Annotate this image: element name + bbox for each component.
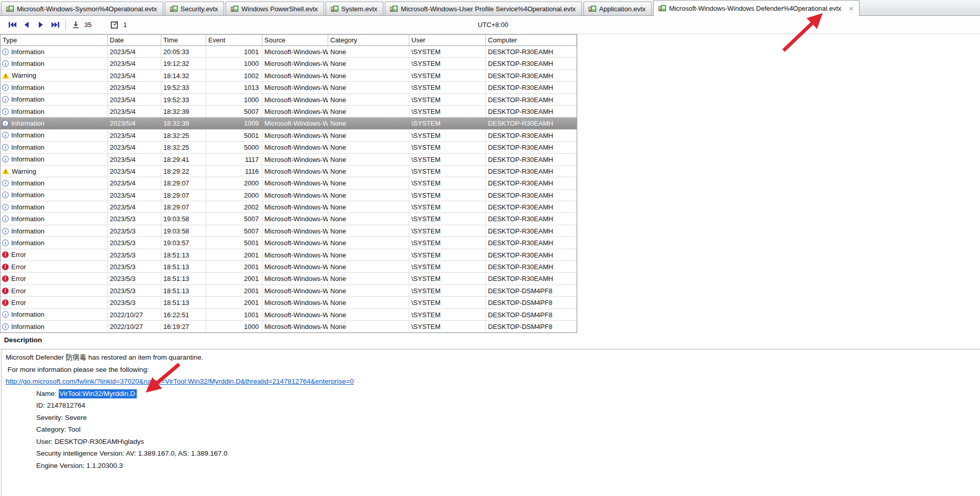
- cell-date: 2023/5/3: [108, 249, 161, 261]
- table-row[interactable]: Warning2023/5/418:14:321002Microsoft-Win…: [1, 70, 577, 82]
- cell-type: Error: [1, 285, 108, 296]
- cell-type: Error: [1, 297, 108, 308]
- cell-event: 1000: [206, 94, 262, 105]
- cell-event: 1002: [206, 70, 262, 81]
- table-row[interactable]: Information2023/5/419:12:321000Microsoft…: [1, 58, 577, 69]
- table-row[interactable]: Error2023/5/318:51:132001Microsoft-Windo…: [1, 273, 577, 285]
- cell-computer: DESKTOP-R30EAMH: [486, 273, 577, 284]
- cell-source: Microsoft-Windows-W: [262, 309, 328, 320]
- table-row[interactable]: Information2023/5/418:29:411117Microsoft…: [1, 154, 577, 166]
- cell-date: 2023/5/4: [108, 201, 161, 212]
- table-row[interactable]: Information2023/5/418:32:255000Microsoft…: [1, 141, 577, 153]
- table-row[interactable]: Information2023/5/418:32:255001Microsoft…: [1, 130, 577, 141]
- description-line-1: Microsoft Defender 防病毒 has restored an i…: [6, 351, 980, 364]
- table-row[interactable]: Information2023/5/319:03:575001Microsoft…: [1, 237, 577, 249]
- column-header-type[interactable]: Type: [1, 35, 108, 45]
- cell-user: \SYSTEM: [409, 141, 486, 153]
- table-row[interactable]: Error2023/5/318:51:132001Microsoft-Windo…: [1, 261, 577, 273]
- cell-date: 2023/5/4: [108, 190, 161, 201]
- threat-name-highlighted-value: VirTool:Win32/Myrddin.D: [59, 389, 137, 398]
- cell-type: Information: [1, 58, 108, 69]
- cell-date: 2023/5/3: [108, 225, 161, 237]
- checkbox-icon[interactable]: [109, 19, 120, 31]
- cell-event: 1001: [206, 46, 262, 57]
- cell-time: 19:52:33: [161, 82, 206, 93]
- tab-6-evtx[interactable]: Application.evtx: [583, 2, 652, 15]
- cell-source: Microsoft-Windows-W: [262, 190, 328, 201]
- tab-3-evtx[interactable]: Windows PowerShell.evtx: [226, 2, 324, 15]
- cell-source: Microsoft-Windows-W: [262, 166, 328, 177]
- cell-source: Microsoft-Windows-W: [262, 117, 328, 129]
- export-records-icon[interactable]: [70, 19, 81, 31]
- cell-time: 18:32:39: [161, 117, 206, 129]
- table-row[interactable]: Error2023/5/318:51:132001Microsoft-Windo…: [1, 297, 577, 309]
- cell-source: Microsoft-Windows-W: [262, 141, 328, 153]
- table-row[interactable]: Information2023/5/418:32:391009Microsoft…: [1, 117, 577, 129]
- table-row[interactable]: Information2023/5/319:03:585007Microsoft…: [1, 213, 577, 225]
- more-info-link[interactable]: http://go.microsoft.com/fwlink/?linkid=3…: [6, 377, 354, 385]
- table-row[interactable]: Information2023/5/418:29:072000Microsoft…: [1, 190, 577, 201]
- description-panel-title: Description: [4, 336, 42, 344]
- column-header-user[interactable]: User: [409, 35, 486, 45]
- tab-5-evtx[interactable]: Microsoft-Windows-User Profile Service%4…: [385, 2, 581, 15]
- cell-user: \SYSTEM: [409, 309, 486, 320]
- cell-source: Microsoft-Windows-W: [262, 201, 328, 212]
- cell-date: 2023/5/4: [108, 46, 161, 57]
- table-row[interactable]: Information2023/5/418:32:395007Microsoft…: [1, 106, 577, 117]
- table-row[interactable]: Information2023/5/419:52:331013Microsoft…: [1, 82, 577, 93]
- cell-user: \SYSTEM: [409, 201, 486, 212]
- column-header-source[interactable]: Source: [262, 35, 328, 45]
- table-row[interactable]: Information2023/5/420:05:331001Microsoft…: [1, 46, 577, 58]
- column-header-category[interactable]: Category: [328, 35, 409, 45]
- cell-time: 18:32:39: [161, 106, 206, 117]
- column-header-event[interactable]: Event: [206, 35, 262, 45]
- table-row[interactable]: Error2023/5/318:51:132001Microsoft-Windo…: [1, 249, 577, 261]
- cell-event: 5007: [206, 106, 262, 117]
- cell-date: 2023/5/4: [108, 70, 161, 81]
- cell-type: Warning: [1, 166, 108, 177]
- tab-4-evtx[interactable]: System.evtx: [326, 2, 384, 15]
- column-header-date[interactable]: Date: [108, 35, 161, 45]
- table-row[interactable]: Information2023/5/419:52:331000Microsoft…: [1, 94, 577, 106]
- threat-name-line: Name: VirTool:Win32/Myrddin.D: [36, 388, 980, 400]
- evtx-file-icon: [658, 5, 666, 12]
- cell-type: Error: [1, 261, 108, 272]
- cell-time: 18:29:41: [161, 154, 206, 165]
- table-row[interactable]: Information2022/10/2716:22:511001Microso…: [1, 309, 577, 321]
- tab-2-evtx[interactable]: Security.evtx: [165, 2, 224, 15]
- description-detail-line: Security intelligence Version: AV: 1.389…: [36, 447, 980, 460]
- evtx-file-icon: [6, 6, 14, 12]
- table-row[interactable]: Information2023/5/319:03:585007Microsoft…: [1, 225, 577, 237]
- tab-1-evtx[interactable]: Microsoft-Windows-Sysmon%4Operational.ev…: [1, 2, 163, 15]
- close-tab-icon[interactable]: ×: [849, 5, 853, 12]
- cell-category: None: [328, 94, 409, 105]
- cell-category: None: [328, 201, 409, 212]
- column-header-computer[interactable]: Computer: [486, 35, 577, 45]
- cell-type: Information: [1, 141, 108, 153]
- cell-source: Microsoft-Windows-W: [262, 58, 328, 69]
- first-record-button[interactable]: [6, 19, 18, 31]
- table-row[interactable]: Information2023/5/418:29:072000Microsoft…: [1, 177, 577, 189]
- table-row[interactable]: Warning2023/5/418:29:221116Microsoft-Win…: [1, 166, 577, 177]
- record-count: 35: [84, 21, 91, 29]
- cell-event: 2002: [206, 201, 262, 212]
- cell-computer: DESKTOP-R30EAMH: [486, 141, 577, 153]
- cell-computer: DESKTOP-R30EAMH: [486, 70, 577, 81]
- tab-label: Microsoft-Windows-User Profile Service%4…: [401, 5, 575, 13]
- cell-source: Microsoft-Windows-W: [262, 237, 328, 248]
- table-row[interactable]: Error2023/5/318:51:132001Microsoft-Windo…: [1, 285, 577, 297]
- table-row[interactable]: Information2023/5/418:29:072002Microsoft…: [1, 201, 577, 213]
- cell-user: \SYSTEM: [409, 225, 486, 237]
- cell-type: Information: [1, 106, 108, 117]
- next-record-button[interactable]: [35, 19, 47, 31]
- cell-time: 19:12:32: [161, 58, 206, 69]
- cell-source: Microsoft-Windows-W: [262, 70, 328, 81]
- cell-computer: DESKTOP-R30EAMH: [486, 46, 577, 57]
- column-header-time[interactable]: Time: [161, 35, 206, 45]
- error-icon: [2, 288, 9, 294]
- last-record-button[interactable]: [49, 19, 61, 31]
- table-row[interactable]: Information2022/10/2716:19:271000Microso…: [1, 321, 577, 333]
- tab-7-evtx[interactable]: Microsoft-Windows-Windows Defender%4Oper…: [653, 0, 860, 16]
- previous-record-button[interactable]: [20, 19, 33, 31]
- cell-source: Microsoft-Windows-W: [262, 130, 328, 141]
